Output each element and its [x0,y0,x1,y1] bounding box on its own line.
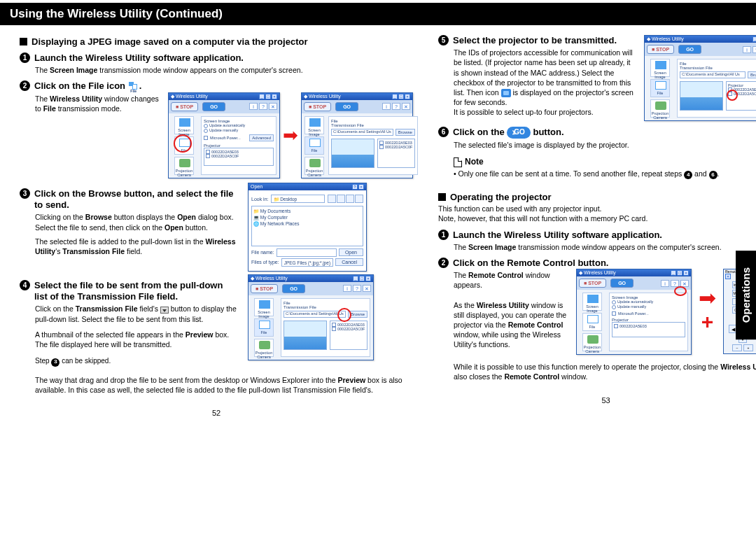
screenshot-wireless-utility-screen-mode: ◆ Wireless Utility _□× ■ STOPGO i?✕ Scre… [168,92,280,178]
step-number-4-ref-icon: 4 [684,171,692,179]
arrow-right-icon: ➡ [699,290,716,307]
step-number-3-icon: 3 [20,188,30,199]
screenshot-open-dialog: Open ?× Look in:📁 Desktop 📁 My Documents… [248,183,367,272]
op-step-1-heading: 1 Launch the Wireless Utility software a… [438,230,756,241]
step-number-2-icon: 2 [438,258,449,268]
operating-body: This function can be used with any proje… [438,204,756,223]
square-bullet-icon [20,38,27,45]
section-heading: Displaying a JPEG image saved on a compu… [20,36,413,47]
dropdown-icon [160,307,169,314]
step-number-2-icon: 2 [20,80,30,91]
go-button-icon: GO [507,127,531,139]
plus-icon: + [701,314,714,330]
op-step-2-heading: 2 Click on the Remote Control button. [438,258,756,269]
step-number-3-ref-icon: 3 [51,358,59,367]
step-3-heading: 3 Click on the Browse button, and select… [20,188,237,211]
step-number-6-ref-icon: 6 [709,171,718,179]
page-title: Using the Wireless Utility (Continued) [0,3,756,25]
op-step-2-body: The Remote Control window appears. As th… [454,270,569,349]
operating-heading: Operating the projector [438,192,756,202]
step-4-footer: The way that drag and drop the file to b… [35,375,413,395]
note-body: • Only one file can be sent at a time. T… [454,169,756,179]
screenshot-wireless-utility-file-mode: ◆ Wireless Utility _□× ■ STOPGO i?✕ Scre… [301,92,413,178]
arrow-right-icon: ➡ [283,126,298,144]
step-4-body: Click on the Transmission File field's b… [35,304,237,323]
square-bullet-icon [438,193,446,201]
file-icon: File [128,81,139,92]
step-2-heading: 2 Click on the File icon File . [20,80,413,92]
step-4-heading: 4 Select the file to be sent from the pu… [20,280,237,303]
page-number-left: 52 [20,409,413,417]
step-number-4-icon: 4 [20,280,30,290]
step-1-heading: 1 Launch the Wireless Utility software a… [20,52,413,64]
step-1-body: The Screen Image transmission mode windo… [35,65,413,75]
projector-status-icon [501,89,511,97]
step-number-5-icon: 5 [438,35,449,45]
note-heading: Note [454,157,756,167]
right-column: 5 Select the projector to be transmitted… [438,35,756,417]
op-step-2-footer: While it is possible to use this functio… [454,362,756,381]
step-number-1-icon: 1 [20,52,30,63]
screenshot-wireless-utility-remote: ◆ Wireless Utility _□× ■ STOPGO i?✕ Scre… [576,269,692,355]
side-tab-operations: Operations [736,251,756,339]
screenshot-wireless-utility-file-select: ◆ Wireless Utility _□× ■ STOPGO i?✕ Scre… [248,274,374,367]
left-column: Displaying a JPEG image saved on a compu… [20,35,413,417]
note-icon [454,157,462,167]
step-5-body: The IDs of projectors accessible for com… [454,48,634,117]
step-number-1-icon: 1 [438,230,449,240]
step-number-6-icon: 6 [438,127,449,137]
step-2-body: The Wireless Utility window changes to F… [35,94,161,113]
step-3-body: Clicking on the Browse button displays t… [35,212,237,232]
step-5-heading: 5 Select the projector to be transmitted… [438,35,634,46]
step-6-body: The selected file's image is displayed b… [454,140,756,150]
page-number-right: 53 [438,396,756,405]
step-6-heading: 6 Click on the GO button. [438,127,756,139]
op-step-1-body: The Screen Image transmission mode windo… [454,242,756,252]
screenshot-wireless-utility-projector-select: ◆ Wireless Utility _□× ■ STOPGO i?✕ Scre… [644,35,756,121]
